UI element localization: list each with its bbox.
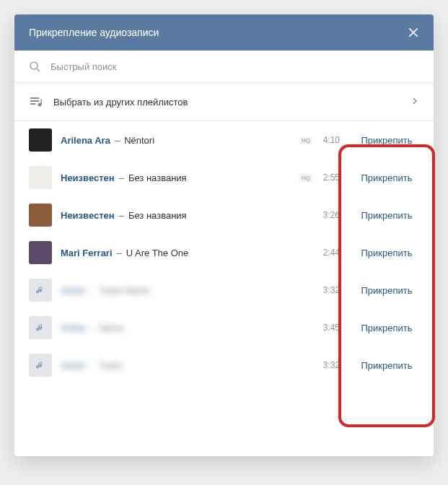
playlist-selector-label: Выбрать из других плейлистов [53,97,410,108]
track-title: Track [99,360,122,371]
track-duration: 3:45 [318,323,340,333]
attach-button[interactable]: Прикрепить [354,248,419,258]
track-row[interactable]: Mari Ferrari–U Are The One2:44Прикрепить [14,234,434,271]
attach-button[interactable]: Прикрепить [354,210,419,221]
track-separator: – [117,248,122,258]
track-row[interactable]: Artist–Track3:32Прикрепить [14,346,434,384]
track-artist[interactable]: Mari Ferrari [61,248,113,258]
track-title: U Are The One [126,248,188,258]
track-thumbnail [29,316,52,339]
attach-button[interactable]: Прикрепить [354,135,419,146]
track-duration: 3:32 [318,360,340,370]
attach-audio-modal: Прикрепление аудиозаписи Выбрать из друг… [14,14,434,456]
track-info: Неизвестен–Без названия [61,210,318,221]
track-separator: – [119,172,124,183]
attach-button[interactable]: Прикрепить [354,323,419,333]
attach-button[interactable]: Прикрепить [354,172,419,183]
track-title: Track Name [99,285,149,296]
svg-line-1 [37,69,40,71]
track-thumbnail [29,166,52,189]
track-separator: – [89,323,95,333]
track-thumbnail [29,241,52,264]
track-row[interactable]: Artist–Name3:45Прикрепить [14,309,434,346]
svg-point-0 [30,62,38,69]
track-separator: – [119,210,124,221]
track-row[interactable]: Неизвестен–Без названияHQ2:55Прикрепить [14,159,434,196]
track-row[interactable]: Arilena Ara–NëntoriHQ4:10Прикрепить [14,121,434,159]
track-info: Arilena Ara–Nëntori [61,135,299,146]
tracks-list[interactable]: Arilena Ara–NëntoriHQ4:10ПрикрепитьНеизв… [14,121,434,456]
track-artist[interactable]: Неизвестен [61,172,115,183]
track-artist[interactable]: Artist [61,285,85,296]
hq-badge: HQ [299,174,312,182]
track-artist[interactable]: Artist [61,323,85,333]
track-separator: – [89,360,95,371]
chevron-right-icon [410,95,419,108]
svg-rect-2 [30,97,39,99]
close-icon[interactable] [408,27,419,38]
track-title: Name [99,323,124,333]
playlist-icon [29,95,43,109]
search-bar [14,51,434,83]
modal-header: Прикрепление аудиозаписи [14,14,434,51]
track-separator: – [89,285,95,296]
track-duration: 3:32 [318,285,340,295]
track-thumbnail [29,279,52,302]
svg-rect-3 [30,100,39,102]
track-duration: 3:26 [318,210,340,220]
track-artist[interactable]: Artist [61,360,85,371]
track-thumbnail [29,354,52,377]
track-info: Artist–Name [61,323,318,333]
track-info: Неизвестен–Без названия [61,172,299,183]
track-artist[interactable]: Arilena Ara [61,135,110,146]
track-row[interactable]: Artist–Track Name3:32Прикрепить [14,271,434,309]
svg-rect-6 [41,100,43,105]
track-duration: 2:55 [318,172,340,183]
track-duration: 2:44 [318,248,340,258]
track-info: Artist–Track Name [61,285,318,296]
track-title: Без названия [128,172,187,183]
track-duration: 4:10 [318,135,340,145]
search-icon [29,61,40,72]
track-row[interactable]: Неизвестен–Без названия3:26Прикрепить [14,196,434,234]
hq-badge: HQ [299,136,312,144]
svg-rect-4 [30,103,35,105]
track-info: Mari Ferrari–U Are The One [61,248,318,258]
track-separator: – [115,135,120,146]
track-thumbnail [29,204,52,227]
attach-button[interactable]: Прикрепить [354,360,419,371]
playlist-selector[interactable]: Выбрать из других плейлистов [14,83,434,121]
attach-button[interactable]: Прикрепить [354,285,419,296]
track-info: Artist–Track [61,360,318,371]
modal-title: Прикрепление аудиозаписи [29,27,159,38]
track-thumbnail [29,128,52,152]
track-title: Без названия [128,210,187,221]
search-input[interactable] [50,61,419,72]
track-artist[interactable]: Неизвестен [61,210,115,221]
track-title: Nëntori [124,135,154,146]
